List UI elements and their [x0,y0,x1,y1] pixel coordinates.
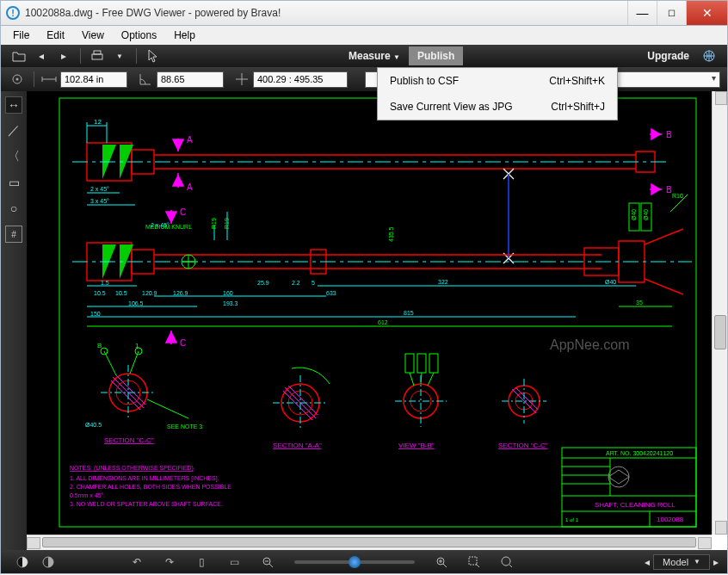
tool-measure-icon[interactable]: ↔ [5,96,22,114]
app-icon: ! [6,6,20,20]
svg-text:C: C [180,207,186,217]
publish-jpg-shortcut: Ctrl+Shift+J [551,101,605,113]
svg-text:160: 160 [223,290,233,296]
tool-count-icon[interactable]: # [5,226,22,243]
nav-back-icon[interactable]: ◂ [34,48,49,64]
svg-text:A: A [187,135,193,145]
svg-text:3.   NO WELD OR SPLATTER ABOVE: 3. NO WELD OR SPLATTER ABOVE SHAFT SURFA… [70,501,223,507]
model-space-dropdown[interactable]: Model▼ [653,554,710,570]
tool-line-icon[interactable]: ／ [5,122,22,139]
svg-text:612: 612 [378,319,388,325]
svg-text:35: 35 [636,300,643,306]
statusbar: ↶ ↷ ▯ ▭ ◂ Model▼ ▸ [0,550,728,574]
coords-icon[interactable] [232,71,251,88]
tool-polyline-icon[interactable]: 〈 [5,148,22,165]
svg-text:B: B [97,342,102,349]
snap-icon[interactable] [8,71,27,88]
background-toggle-icon[interactable] [14,553,31,571]
angle-icon[interactable] [136,71,155,88]
nav-fwd-icon[interactable]: ▸ [56,48,71,64]
zoom-out-icon[interactable] [259,553,276,571]
close-button[interactable]: ✕ [686,1,727,25]
svg-point-4 [16,78,19,81]
svg-text:126.9: 126.9 [173,290,188,296]
main-area: ↔ ／ 〈 ▭ ○ # [0,91,728,550]
svg-text:Ø40: Ø40 [631,209,637,220]
print-dropdown-icon[interactable]: ▼ [112,48,127,64]
svg-line-132 [421,373,422,384]
svg-text:633: 633 [326,290,336,296]
svg-text:Ø40: Ø40 [605,279,616,285]
open-icon[interactable] [11,48,27,64]
svg-text:SECTION "C-C": SECTION "C-C" [104,436,154,444]
publish-jpg-item[interactable]: Save Current View as JPG Ctrl+Shift+J [378,94,617,120]
fit-width-icon[interactable]: ▯ [194,553,211,571]
svg-text:1.   ALL DIMENSIONS ARE IN MIL: 1. ALL DIMENSIONS ARE IN MILLIMETERS [IN… [70,475,219,482]
distance-icon[interactable] [40,71,59,88]
tool-rect-icon[interactable]: ▭ [5,174,22,191]
magnifier-icon[interactable] [498,553,515,571]
svg-text:120.9: 120.9 [142,290,157,296]
svg-marker-21 [651,129,660,139]
svg-text:1002088: 1002088 [657,516,684,523]
tool-circle-icon[interactable]: ○ [5,200,22,217]
drawing-canvas[interactable]: A A B B 12 2 x 45° 3 x 45° [27,91,712,535]
upgrade-button[interactable]: Upgrade [639,46,698,65]
svg-line-172 [476,564,479,567]
rotate-ccw-icon[interactable]: ↶ [128,553,145,571]
svg-line-131 [410,373,414,386]
svg-text:ART. NO.  300420241120: ART. NO. 300420241120 [606,450,673,456]
distance-input[interactable] [60,71,127,88]
minimize-button[interactable]: — [627,1,657,25]
angle-input[interactable] [157,71,224,88]
svg-marker-64 [166,332,176,343]
svg-text:A: A [187,182,193,192]
rotate-cw-icon[interactable]: ↷ [161,553,178,571]
svg-text:AppNee.com: AppNee.com [550,337,630,352]
svg-text:B: B [666,185,672,195]
zoom-in-icon[interactable] [433,553,450,571]
horizontal-scrollbar[interactable] [27,535,712,550]
zoom-thumb[interactable] [349,556,361,568]
svg-rect-130 [429,354,438,373]
nav-prev-button[interactable]: ◂ [645,556,650,568]
menu-view[interactable]: View [73,28,113,43]
svg-text:435.5: 435.5 [388,226,394,242]
publish-csf-shortcut: Ctrl+Shift+K [549,75,605,87]
zoom-slider[interactable] [294,560,415,564]
svg-marker-17 [173,176,183,186]
menu-options[interactable]: Options [113,28,165,43]
vertical-scrollbar[interactable] [712,91,727,535]
svg-text:3 x 45°: 3 x 45° [90,198,109,204]
svg-text:C: C [180,338,186,348]
svg-rect-129 [417,354,426,373]
svg-text:2.   CHAMFER ALL HOLES, BOTH S: 2. CHAMFER ALL HOLES, BOTH SIDES WHEN PO… [70,484,231,490]
mono-toggle-icon[interactable] [40,553,57,571]
svg-rect-171 [469,557,477,565]
maximize-button[interactable]: ☐ [657,1,686,25]
menu-edit[interactable]: Edit [38,28,73,43]
svg-text:10.5: 10.5 [94,290,106,296]
measure-toolbar [0,67,728,91]
menu-file[interactable]: File [4,28,38,43]
coords-input[interactable] [253,71,348,88]
svg-text:1: 1 [135,342,139,349]
fit-page-icon[interactable]: ▭ [226,553,244,571]
publish-csf-item[interactable]: Publish to CSF Ctrl+Shift+K [378,68,617,94]
svg-text:R10: R10 [672,193,683,199]
svg-marker-62 [166,212,176,222]
measure-menu[interactable]: Measure ▼ [340,46,409,65]
menu-help[interactable]: Help [165,28,204,43]
zoom-region-icon[interactable] [466,553,483,571]
svg-text:1.5: 1.5 [101,280,109,286]
window-title: 1002088a.dwg - Free DWG Viewer - powered… [25,7,627,19]
svg-text:815: 815 [404,310,414,316]
nav-next-button[interactable]: ▸ [713,556,719,568]
pointer-icon[interactable] [145,48,161,64]
drawing-svg: A A B B 12 2 x 45° 3 x 45° [27,91,712,535]
publish-menu-button[interactable]: Publish [409,46,463,65]
svg-text:1 of 1: 1 of 1 [565,517,579,522]
publish-jpg-label: Save Current View as JPG [390,101,513,113]
print-icon[interactable] [89,48,105,64]
globe-icon[interactable] [701,48,717,64]
